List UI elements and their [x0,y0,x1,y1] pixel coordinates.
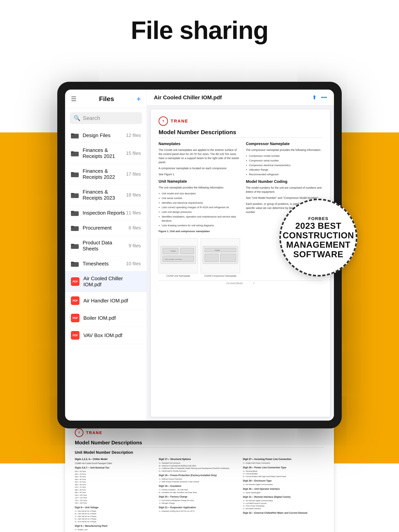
col3-power: A = Terminal BlockC = Circuit BreakerD =… [243,470,324,478]
second-trane-logo: T TRANE [75,428,324,437]
list-item: Compressor serial number. [249,159,322,163]
forbes-line3: CONSTRUCTION [283,231,354,240]
col2-title: Digit 17— Structural Options [159,457,240,461]
second-page-preview: T TRANE Model Number Descriptions Unit M… [57,421,342,532]
list-item: Lists unit design pressures. [162,210,240,214]
pdf-section-compressor-nameplate: Compressor Nameplate [246,142,322,146]
list-item[interactable]: Finances & Receipts 2023 18 files [65,185,147,205]
forbes-line5: SOFTWARE [293,250,343,259]
search-placeholder: Search [83,115,100,121]
svg-rect-14 [71,244,74,245]
list-item: Lists drawing numbers for unit wiring di… [162,223,240,228]
file-item-name: Finances & Receipts 2023 [83,189,126,201]
col3-body: 1 = Single Point Power Connection [243,462,324,465]
list-item[interactable]: Inspection Reports 11 files [65,205,147,221]
list-item: Compressor electrical characteristics. [249,163,322,167]
file-list: Design Files 12 files Finances & Receipt… [65,128,147,421]
pdf-compressor-list: Compressor model number. Compressor seri… [246,154,322,177]
list-item: Lists correct operating charges of R-410… [162,205,240,209]
file-item-count: 10 files [126,261,141,266]
list-item: Unit model and size descriptor. [162,192,240,196]
file-item-name: Boiler IOM.pdf [83,315,141,321]
file-item-name: Finances & Receipts 2021 [83,147,126,159]
second-pdf-title: Model Number Descriptions [75,440,324,448]
col3-enclosure: X = No Remote Digital Communication [243,483,324,486]
list-item[interactable]: Finances & Receipts 2021 15 files [65,143,147,164]
list-item: Unit serial number. [162,196,240,200]
sidebar-header: ☰ Files + [65,89,147,108]
file-item-count: 12 files [126,133,141,138]
file-item-name: Air Handler IOM.pdf [83,298,141,304]
folder-icon [71,210,79,216]
folder-icon [71,150,79,156]
forbes-badge: FORBES 2023 BEST CONSTRUCTION MANAGEMENT… [279,199,357,277]
pdf-model-coding-body: The model numbers for the unit are compr… [246,186,322,194]
folder-icon [71,132,79,139]
pdf-filename: Air Cooled Chiller IOM.pdf [154,95,222,101]
col2-title5: Digit 21— Evaporator Application [159,506,240,509]
col2-title3: Digit 19— Insulation [159,484,240,488]
file-item-name: Product Data Sheets [83,240,129,252]
pdf-unit-list: Unit model and size descriptor. Unit ser… [159,192,240,228]
list-item[interactable]: PDF Air Handler IOM.pdf [65,292,147,310]
pdf-main-title: Model Number Descriptions [159,129,322,138]
folder-icon [71,171,79,177]
svg-text:TRANE: TRANE [170,250,176,252]
menu-icon[interactable]: ☰ [71,96,77,102]
tablet-device: ☰ Files + 🔍 Search Design Files 12 [57,82,342,532]
share-icon[interactable]: ⬆ [312,94,317,101]
pdf-unit-nameplate-body: The unit nameplate provides the followin… [159,186,240,190]
second-pdf-page: T TRANE Model Number Descriptions Unit M… [65,421,334,532]
col2-freeze: A = Without Freeze Protection1 = With Fr… [159,478,240,483]
page-title: File sharing [0,16,399,45]
more-options-icon[interactable]: ••• [321,94,327,101]
pdf-footer: CG-SVX17M-EN 7 [159,280,322,285]
tablet-frame: ☰ Files + 🔍 Search Design Files 12 [57,82,342,428]
svg-rect-16 [71,262,74,263]
list-item[interactable]: PDF Air Cooled Chiller IOM.pdf [65,271,147,292]
list-item[interactable]: Timesheets 10 files [65,256,147,271]
list-item: Compressor model number. [249,154,322,158]
list-item[interactable]: Finances & Receipts 2022 17 files [65,164,147,185]
list-item: Utilization Range. [249,168,322,172]
list-item[interactable]: PDF Boiler IOM.pdf [65,310,147,327]
pdf-left-col: Nameplates The CGAM unit nameplates are … [159,142,240,277]
sidebar: ☰ Files + 🔍 Search Design Files 12 [65,89,147,421]
search-icon: 🔍 [74,115,80,121]
file-item-name: Design Files [83,133,126,139]
pdf-figure-title: Figure 1. Unit and compressor nameplates [159,229,240,233]
trane-logo: T TRANE [159,116,322,126]
pdf-section-unit-nameplate: Unit Nameplate [159,179,240,184]
list-item: Identifies unit electrical requirements. [162,201,240,205]
list-item[interactable]: PDF VAV Box IOM.pdf [65,327,147,344]
pdf-compressor-body: The compressor nameplate provides the fo… [246,148,322,152]
file-item-name: Inspection Reports [83,210,126,216]
add-file-button[interactable]: + [137,95,141,103]
list-item[interactable]: Design Files 12 files [65,128,147,143]
svg-rect-8 [71,193,74,195]
list-item[interactable]: Procurement 6 files [65,221,147,235]
pdf-diagrams: TRANE SERIAL NUMBER / UNIT MODEL CGAM Un… [159,235,240,277]
svg-rect-26 [220,254,236,262]
col3-title2: Digit 28— Power Line Connection Type [243,466,324,469]
file-item-count: 15 files [126,151,141,156]
pdf-diagram-image-unit: TRANE SERIAL NUMBER / UNIT MODEL [159,238,198,273]
col2-insul: A = Factory Insulation - All Cold PartsB… [159,488,240,494]
col1-title4: Digit 9— Manufacturing Plant [75,524,156,528]
list-item[interactable]: Product Data Sheets 9 files [65,235,147,256]
sidebar-title: Files [99,95,114,103]
col3-remote: X = No Remote Digital Communication2 = L… [243,500,324,510]
pdf-caption-unit: CGAM Unit Nameplate [159,275,198,277]
page-header: File sharing [0,0,399,57]
col1-body: CGAM= Air-Cooled Scroll Packaged Chiller [75,462,156,465]
col2-evap: A = Standard Cooling (40 to 65°F/4.4 to … [159,510,240,513]
file-item-name: VAV Box IOM.pdf [83,332,141,338]
trane-circle: T [159,116,168,126]
second-pdf-cols: Digits 1,2,3, 4— Chiller Model CGAM= Air… [75,457,324,531]
forbes-line4: MANAGEMENT [286,240,350,249]
svg-text:TRANE: TRANE [214,249,220,251]
search-box[interactable]: 🔍 Search [70,112,142,124]
svg-rect-6 [71,172,74,174]
second-col-1: Digits 1,2,3, 4— Chiller Model CGAM= Air… [75,457,156,531]
second-col-3: Digit 27— Incoming Power Line Connection… [243,457,324,531]
